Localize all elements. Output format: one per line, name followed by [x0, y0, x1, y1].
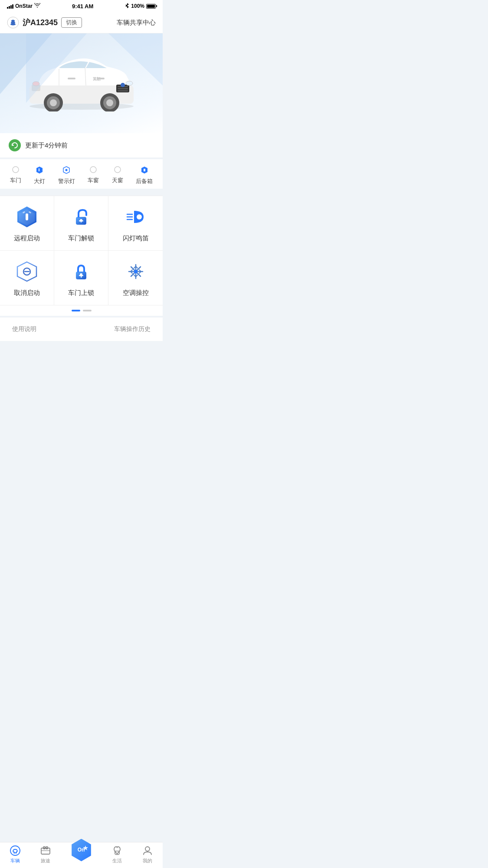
carrier-label: OnStar: [15, 3, 33, 9]
door-label: 车门: [10, 177, 21, 184]
share-center-link[interactable]: 车辆共享中心: [117, 19, 156, 27]
sunroof-indicator-icon: [114, 166, 121, 173]
status-right: 100%: [125, 3, 156, 10]
door-unlock-label: 车门解锁: [68, 234, 94, 242]
flash-horn-icon: [124, 206, 147, 228]
indicator-sunroof[interactable]: 天窗: [112, 166, 123, 185]
flash-horn-label: 闪灯鸣笛: [123, 234, 149, 242]
door-lock-icon: [70, 260, 92, 283]
status-indicators: 车门 大灯 警示灯 车窗: [0, 159, 163, 189]
svg-point-16: [126, 81, 133, 85]
svg-point-33: [66, 169, 68, 171]
header: 沪A12345 切换 车辆共享中心: [0, 12, 163, 33]
sunroof-label: 天窗: [112, 177, 123, 184]
svg-point-21: [50, 99, 57, 106]
indicator-window[interactable]: 车窗: [88, 166, 99, 185]
action-cancel-start[interactable]: 取消启动: [0, 251, 54, 305]
trunk-indicator-icon: [141, 166, 148, 174]
refresh-text: 更新于4分钟前: [25, 141, 68, 150]
action-door-unlock[interactable]: 车门解锁: [54, 196, 108, 251]
svg-point-15: [121, 83, 125, 87]
instructions-link[interactable]: 使用说明: [12, 325, 36, 333]
battery-icon: [146, 4, 156, 9]
svg-rect-37: [144, 169, 145, 171]
svg-point-28: [13, 167, 19, 173]
status-left: OnStar: [7, 3, 40, 9]
switch-button[interactable]: 切换: [61, 17, 82, 28]
svg-point-3: [10, 23, 16, 26]
signal-icon: [7, 3, 13, 9]
svg-rect-26: [97, 78, 105, 79]
indicator-hazard[interactable]: 警示灯: [58, 166, 75, 185]
remote-start-label: 远程启动: [14, 234, 40, 242]
ac-control-icon: [124, 260, 147, 283]
window-label: 车窗: [88, 177, 99, 184]
status-time: 9:41 AM: [72, 3, 93, 10]
svg-point-51: [137, 214, 142, 219]
dot-1: [72, 310, 80, 311]
door-unlock-icon: [70, 206, 92, 228]
svg-rect-31: [39, 168, 39, 169]
indicator-door[interactable]: 车门: [10, 166, 21, 185]
trunk-label: 后备箱: [136, 177, 153, 185]
refresh-row: 更新于4分钟前: [0, 133, 163, 157]
svg-point-34: [90, 167, 96, 173]
svg-point-18: [33, 82, 39, 86]
headlight-label: 大灯: [34, 177, 45, 185]
svg-rect-46: [79, 220, 83, 222]
svg-point-72: [134, 270, 138, 273]
cancel-start-icon: [16, 260, 38, 283]
remote-start-icon: [16, 206, 38, 228]
refresh-icon[interactable]: [9, 139, 21, 151]
hazard-label: 警示灯: [58, 177, 75, 185]
wifi-icon: [34, 3, 40, 9]
status-bar: OnStar 9:41 AM 100%: [0, 0, 163, 12]
header-left: 沪A12345 切换: [7, 16, 117, 29]
history-link[interactable]: 车辆操作历史: [114, 325, 151, 333]
svg-rect-50: [134, 211, 136, 223]
action-ac-control[interactable]: 空调操控: [108, 251, 163, 305]
ac-control-label: 空调操控: [123, 289, 149, 297]
hazard-indicator-icon: [63, 166, 70, 174]
window-indicator-icon: [90, 166, 97, 173]
car-hero: 英朗: [0, 33, 163, 133]
svg-rect-27: [68, 78, 75, 79]
car-svg: 英朗: [12, 42, 151, 111]
bluetooth-icon: [125, 3, 129, 10]
svg-rect-59: [81, 273, 82, 278]
action-remote-start[interactable]: 远程启动: [0, 196, 54, 251]
pagination-dots: [0, 305, 163, 316]
headlight-indicator-icon: [36, 166, 43, 174]
dot-2: [83, 310, 92, 311]
indicator-headlight[interactable]: 大灯: [34, 166, 45, 185]
plate-number: 沪A12345: [23, 17, 58, 28]
door-indicator-icon: [12, 166, 19, 173]
buick-logo-icon: [7, 16, 19, 29]
car-image: 英朗: [7, 42, 156, 111]
svg-point-24: [106, 99, 113, 106]
svg-rect-13: [118, 88, 128, 89]
svg-rect-40: [26, 213, 28, 220]
action-grid: 远程启动: [0, 196, 163, 305]
action-flash-horn[interactable]: 闪灯鸣笛: [108, 196, 163, 251]
action-door-lock[interactable]: 车门上锁: [54, 251, 108, 305]
door-lock-label: 车门上锁: [68, 289, 94, 297]
indicator-trunk[interactable]: 后备箱: [136, 166, 153, 185]
svg-point-35: [115, 167, 121, 173]
bottom-links: 使用说明 车辆操作历史: [0, 318, 163, 341]
svg-rect-14: [118, 90, 128, 92]
battery-percent: 100%: [131, 3, 144, 9]
cancel-start-label: 取消启动: [14, 289, 40, 297]
